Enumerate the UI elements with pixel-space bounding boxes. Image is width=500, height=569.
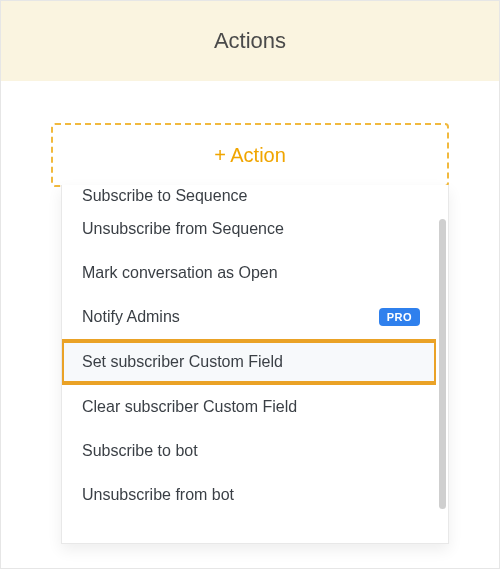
panel-header: Actions [1, 1, 499, 81]
dropdown-scrollbar[interactable] [436, 185, 448, 543]
menu-item-label: Subscribe to Sequence [82, 187, 247, 205]
menu-item-set-custom-field[interactable]: Set subscriber Custom Field [62, 339, 436, 385]
add-action-label: + Action [214, 144, 286, 167]
pro-badge: PRO [379, 308, 420, 326]
panel-body: + Action Subscribe to Sequence Unsubscri… [1, 81, 499, 568]
menu-item-notify-admins[interactable]: Notify Admins PRO [62, 295, 436, 339]
menu-item-label: Clear subscriber Custom Field [82, 398, 297, 416]
action-menu: Subscribe to Sequence Unsubscribe from S… [62, 185, 436, 543]
menu-item-label: Mark conversation as Open [82, 264, 278, 282]
actions-panel: Actions + Action Subscribe to Sequence U… [0, 0, 500, 569]
menu-item-subscribe-bot[interactable]: Subscribe to bot [62, 429, 436, 473]
add-action-button[interactable]: + Action [51, 123, 449, 187]
menu-item-unsubscribe-sequence[interactable]: Unsubscribe from Sequence [62, 207, 436, 251]
scrollbar-thumb[interactable] [439, 219, 446, 509]
menu-item-unsubscribe-bot[interactable]: Unsubscribe from bot [62, 473, 436, 517]
menu-item-subscribe-sequence[interactable]: Subscribe to Sequence [62, 185, 436, 207]
menu-item-clear-custom-field[interactable]: Clear subscriber Custom Field [62, 385, 436, 429]
panel-title: Actions [214, 28, 286, 54]
menu-item-label: Unsubscribe from Sequence [82, 220, 284, 238]
menu-item-label: Set subscriber Custom Field [82, 353, 283, 371]
menu-item-label: Notify Admins [82, 308, 180, 326]
menu-item-label: Subscribe to bot [82, 442, 198, 460]
menu-item-label: Unsubscribe from bot [82, 486, 234, 504]
action-dropdown: Subscribe to Sequence Unsubscribe from S… [61, 185, 449, 544]
menu-item-mark-open[interactable]: Mark conversation as Open [62, 251, 436, 295]
